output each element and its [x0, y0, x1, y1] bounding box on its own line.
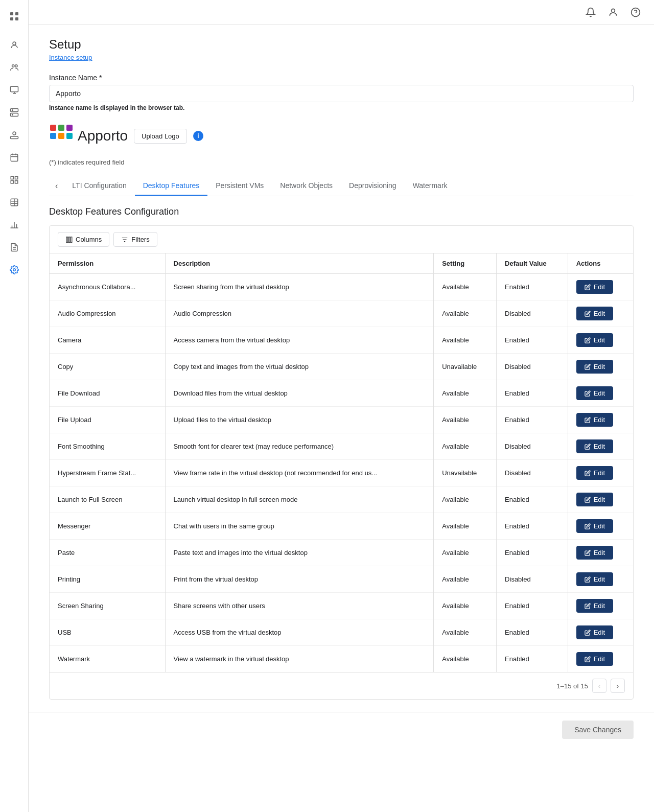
edit-icon: [585, 656, 591, 662]
edit-button-14[interactable]: Edit: [576, 652, 613, 666]
tab-persistent-vms[interactable]: Persistent VMs: [207, 176, 272, 196]
svg-rect-22: [11, 181, 13, 183]
pagination-prev[interactable]: ‹: [592, 679, 606, 693]
logo-display: Apporto: [49, 124, 128, 148]
instance-name-input[interactable]: [49, 85, 634, 102]
sidebar: [0, 0, 29, 812]
svg-rect-20: [11, 176, 13, 179]
cell-description: View frame rate in the virtual desktop (…: [165, 460, 434, 486]
edit-button-2[interactable]: Edit: [576, 333, 613, 347]
edit-button-9[interactable]: Edit: [576, 519, 613, 533]
cell-actions: Edit: [568, 433, 633, 460]
breadcrumb[interactable]: Instance setup: [49, 54, 634, 61]
edit-icon: [585, 550, 591, 556]
cell-setting: Available: [434, 274, 497, 300]
tab-lti-configuration[interactable]: LTI Configuration: [64, 176, 134, 196]
edit-button-10[interactable]: Edit: [576, 546, 613, 560]
tab-network-objects[interactable]: Network Objects: [272, 176, 341, 196]
cell-permission: Camera: [50, 327, 165, 354]
cell-description: Smooth font for clearer text (may reduce…: [165, 433, 434, 460]
features-table: Permission Description Setting Default V…: [50, 253, 633, 672]
tab-watermark[interactable]: Watermark: [405, 176, 456, 196]
edit-button-4[interactable]: Edit: [576, 386, 613, 400]
cell-actions: Edit: [568, 460, 633, 486]
sidebar-chart-icon[interactable]: [4, 215, 25, 235]
filters-button[interactable]: Filters: [113, 232, 157, 247]
tab-deprovisioning[interactable]: Deprovisioning: [341, 176, 405, 196]
edit-icon: [585, 603, 591, 609]
table-row: Audio Compression Audio Compression Avai…: [50, 300, 633, 327]
col-setting: Setting: [434, 253, 497, 274]
svg-rect-16: [11, 154, 18, 161]
cell-permission: USB: [50, 619, 165, 646]
table-row: Watermark View a watermark in the virtua…: [50, 646, 633, 672]
instance-name-label: Instance Name *: [49, 74, 634, 82]
svg-rect-0: [10, 12, 13, 15]
sidebar-server-icon[interactable]: [4, 102, 25, 123]
pagination-next[interactable]: ›: [611, 679, 625, 693]
edit-button-11[interactable]: Edit: [576, 572, 613, 586]
cell-setting: Available: [434, 646, 497, 672]
cell-default-value: Disabled: [497, 433, 568, 460]
sidebar-users-icon[interactable]: [4, 57, 25, 78]
notification-icon[interactable]: [582, 4, 599, 20]
edit-button-1[interactable]: Edit: [576, 307, 613, 320]
tab-desktop-features[interactable]: Desktop Features: [135, 176, 208, 196]
edit-button-7[interactable]: Edit: [576, 466, 613, 480]
sidebar-monitor-icon[interactable]: [4, 80, 25, 100]
cell-actions: Edit: [568, 300, 633, 327]
edit-button-6[interactable]: Edit: [576, 439, 613, 453]
sidebar-reports-icon[interactable]: [4, 237, 25, 258]
upload-logo-button[interactable]: Upload Logo: [134, 129, 187, 144]
cell-default-value: Enabled: [497, 274, 568, 300]
sidebar-user-icon[interactable]: [4, 35, 25, 55]
cell-actions: Edit: [568, 380, 633, 407]
account-icon[interactable]: [605, 4, 621, 20]
cell-default-value: Enabled: [497, 619, 568, 646]
cell-setting: Available: [434, 513, 497, 540]
help-icon[interactable]: [627, 4, 644, 20]
tab-back-button[interactable]: ‹: [49, 177, 64, 195]
filters-icon: [121, 236, 128, 243]
sidebar-table-icon[interactable]: [4, 192, 25, 213]
cell-setting: Unavailable: [434, 460, 497, 486]
cell-permission: Screen Sharing: [50, 593, 165, 619]
edit-button-3[interactable]: Edit: [576, 360, 613, 374]
svg-point-6: [15, 65, 17, 67]
save-changes-button[interactable]: Save Changes: [562, 721, 634, 739]
cell-default-value: Enabled: [497, 593, 568, 619]
cell-setting: Available: [434, 407, 497, 433]
table-row: USB Access USB from the virtual desktop …: [50, 619, 633, 646]
sidebar-contact-icon[interactable]: [4, 125, 25, 145]
col-description: Description: [165, 253, 434, 274]
svg-rect-42: [66, 125, 73, 131]
columns-button[interactable]: Columns: [58, 232, 109, 247]
edit-button-8[interactable]: Edit: [576, 493, 613, 506]
table-container: Columns Filters Permission Descripti: [49, 225, 634, 700]
sidebar-calendar-icon[interactable]: [4, 147, 25, 168]
svg-rect-40: [50, 133, 56, 139]
topbar: [29, 0, 654, 25]
cell-description: Upload files to the virtual desktop: [165, 407, 434, 433]
svg-rect-21: [15, 176, 17, 179]
cell-default-value: Disabled: [497, 300, 568, 327]
edit-button-13[interactable]: Edit: [576, 625, 613, 639]
apps-icon[interactable]: [4, 6, 25, 27]
cell-actions: Edit: [568, 486, 633, 513]
edit-button-5[interactable]: Edit: [576, 413, 613, 427]
required-note: (*) indicates required field: [49, 158, 634, 166]
sidebar-settings-icon[interactable]: [4, 260, 25, 280]
edit-button-12[interactable]: Edit: [576, 599, 613, 613]
table-toolbar: Columns Filters: [50, 226, 633, 253]
edit-button-0[interactable]: Edit: [576, 280, 613, 294]
cell-description: View a watermark in the virtual desktop: [165, 646, 434, 672]
cell-permission: Hyperstream Frame Stat...: [50, 460, 165, 486]
svg-rect-23: [15, 181, 17, 183]
edit-icon: [585, 417, 591, 423]
edit-icon: [585, 470, 591, 476]
cell-setting: Unavailable: [434, 354, 497, 380]
sidebar-grid-icon[interactable]: [4, 170, 25, 190]
cell-default-value: Disabled: [497, 460, 568, 486]
svg-rect-1: [15, 12, 18, 15]
cell-permission: Watermark: [50, 646, 165, 672]
